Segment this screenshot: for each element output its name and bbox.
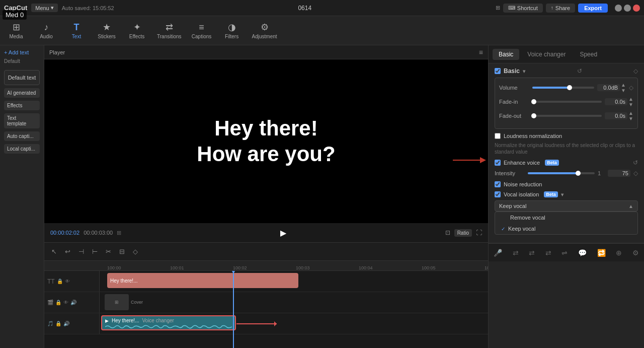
tool-media[interactable]: ⊞ Media (6, 22, 26, 39)
track-area-video: ⊞ Text template Cover (100, 292, 488, 313)
fade-out-up[interactable]: ▲ (628, 110, 633, 116)
track-visibility-text[interactable]: 👁 (65, 279, 70, 284)
volume-steppers[interactable]: ▲ ▼ (621, 82, 626, 93)
intensity-reset[interactable]: ◇ (633, 170, 638, 177)
timeline-toolbar: ↖ ↩ ⊣ ⊢ ✂ ⊟ ◇ (44, 243, 488, 261)
sidebar-ai-generated[interactable]: AI generated (4, 88, 40, 98)
split-button[interactable]: ✂ (104, 247, 113, 256)
share-button[interactable]: ↑ Share (546, 4, 575, 13)
track-lock-video[interactable]: 🔒 (55, 300, 61, 305)
audio-clip[interactable]: ▶ Hey there!... Voice changer (101, 315, 236, 330)
add-text-button[interactable]: + Add text (4, 49, 40, 55)
ratio-button[interactable]: Ratio (454, 229, 472, 237)
vocal-dropdown-label: Keep vocal (499, 203, 526, 209)
panel-repeat-button[interactable]: 🔁 (597, 249, 606, 257)
tool-transitions[interactable]: ⇄ Transitions (157, 22, 182, 39)
top-bar-right: ⊞ ⌨ Shortcut ↑ Share Export (496, 4, 640, 13)
sidebar-text-template[interactable]: Text template (4, 113, 40, 128)
ruler-tick-3: 100:03 (296, 261, 310, 270)
sidebar-auto-caption[interactable]: Auto capti... (4, 131, 40, 141)
track-text-icon[interactable]: TT (47, 278, 55, 285)
panel-swap-button[interactable]: ⇌ (561, 249, 568, 257)
panel-add-button[interactable]: ⊕ (616, 249, 622, 257)
fullscreen-fit-button[interactable]: ⊡ (445, 229, 450, 236)
fullscreen-button[interactable]: ⛶ (476, 229, 482, 236)
fade-in-slider-container[interactable] (532, 98, 602, 106)
basic-checkbox[interactable] (495, 68, 501, 74)
delete-button[interactable]: ⊟ (117, 247, 127, 256)
panel-caption-button[interactable]: 💬 (578, 249, 587, 257)
sidebar-local-caption[interactable]: Local capti... (4, 144, 40, 154)
volume-down[interactable]: ▼ (621, 88, 626, 93)
fade-out-steppers[interactable]: ▲ ▼ (628, 110, 633, 121)
minimize-button[interactable] (615, 5, 622, 12)
noise-checkbox[interactable] (495, 181, 501, 187)
fade-out-slider-thumb[interactable] (531, 113, 536, 118)
panel-mic-button[interactable]: 🎤 (494, 249, 502, 257)
tool-filters[interactable]: ◑ Filters (222, 22, 242, 39)
tab-voice-changer[interactable]: Voice changer (521, 49, 572, 60)
panel-loop1-button[interactable]: ⇄ (513, 249, 519, 257)
basic-reset-button[interactable]: ↺ (577, 67, 582, 75)
loudness-title-row: Loudness normalization (495, 133, 638, 139)
vocal-option-keep[interactable]: ✓ Keep vocal (495, 223, 637, 234)
fade-in-steppers[interactable]: ▲ ▼ (628, 96, 633, 107)
fade-in-up[interactable]: ▲ (628, 96, 633, 102)
play-button[interactable]: ▶ (280, 228, 286, 238)
tool-text[interactable]: T Text (66, 22, 87, 39)
tool-captions[interactable]: ≡ Captions (192, 22, 212, 39)
panel-loop3-button[interactable]: ⇄ (545, 249, 551, 257)
vocal-checkbox[interactable] (495, 191, 501, 197)
tool-audio[interactable]: ♪ Audio (36, 22, 56, 39)
track-audio-video[interactable]: 🔊 (70, 300, 76, 305)
tab-basic[interactable]: Basic (493, 49, 519, 60)
close-button[interactable] (633, 5, 640, 12)
maximize-button[interactable] (624, 5, 631, 12)
panel-loop2-button[interactable]: ⇄ (529, 249, 535, 257)
enhance-checkbox[interactable] (495, 160, 501, 166)
vocal-dropdown[interactable]: Keep vocal ▲ (495, 200, 638, 212)
fade-out-down[interactable]: ▼ (628, 116, 633, 121)
undo-button[interactable]: ↩ (63, 247, 72, 256)
split-end-button[interactable]: ⊢ (90, 247, 100, 256)
track-volume-audio[interactable]: 🔊 (63, 321, 69, 326)
volume-up[interactable]: ▲ (621, 82, 626, 88)
tool-stickers[interactable]: ★ Stickers (97, 22, 117, 39)
intensity-slider-container[interactable] (528, 169, 595, 177)
track-video-icon[interactable]: 🎬 (47, 300, 53, 305)
player-title: Player (49, 49, 65, 55)
fade-out-slider-container[interactable] (532, 112, 602, 120)
default-text-item[interactable]: Default text (4, 70, 40, 85)
basic-more-button[interactable]: ◇ (633, 67, 638, 75)
cover-thumbnail[interactable]: ⊞ Text template (105, 294, 129, 310)
playhead[interactable] (233, 271, 234, 348)
track-lock-audio[interactable]: 🔒 (55, 321, 61, 326)
enhance-reset[interactable]: ↺ (633, 159, 638, 166)
tool-effects[interactable]: ✦ Effects (127, 22, 147, 39)
text-clip[interactable]: Hey there!... (107, 273, 298, 288)
track-visibility-video[interactable]: 👁 (63, 300, 68, 305)
panel-cut-button[interactable]: ⚙ (632, 249, 639, 257)
sidebar-effects[interactable]: Effects (4, 101, 40, 110)
marker-button[interactable]: ◇ (131, 247, 140, 256)
shortcut-button[interactable]: ⌨ Shortcut (503, 4, 543, 13)
split-start-button[interactable]: ⊣ (76, 247, 86, 256)
select-tool[interactable]: ↖ (49, 247, 59, 256)
player-menu-button[interactable]: ≡ (479, 48, 483, 56)
tool-adjustment[interactable]: ⚙ Adjustment (252, 22, 277, 39)
tab-speed[interactable]: Speed (574, 49, 603, 60)
menu-button[interactable]: Menu ▾ (31, 4, 58, 12)
intensity-slider-thumb[interactable] (576, 171, 581, 176)
fade-in-down[interactable]: ▼ (628, 102, 633, 107)
fade-in-slider-thumb[interactable] (531, 99, 536, 104)
volume-reset[interactable]: ◇ (629, 84, 633, 91)
track-audio-icon[interactable]: 🎵 (47, 321, 53, 326)
layout-icon[interactable]: ⊞ (496, 5, 500, 11)
volume-slider-container[interactable] (532, 84, 594, 92)
volume-slider-thumb[interactable] (567, 85, 572, 90)
track-lock-text[interactable]: 🔒 (57, 279, 63, 284)
tool-transitions-label: Transitions (157, 34, 182, 39)
vocal-option-remove[interactable]: Remove vocal (495, 212, 637, 223)
loudness-checkbox[interactable] (495, 133, 501, 139)
export-button[interactable]: Export (578, 4, 608, 13)
